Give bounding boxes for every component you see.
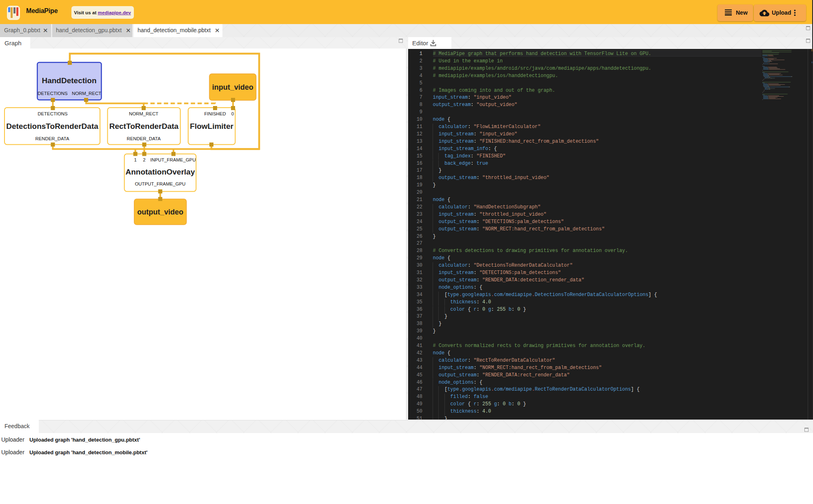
svg-text:OUTPUT_FRAME_GPU: OUTPUT_FRAME_GPU [135, 181, 185, 186]
svg-text:INPUT_FRAME_GPU: INPUT_FRAME_GPU [150, 157, 195, 162]
svg-text:HandDetection: HandDetection [42, 76, 96, 85]
svg-text:2: 2 [143, 157, 145, 162]
svg-text:DETECTIONS: DETECTIONS [38, 91, 68, 96]
svg-text:RENDER_DATA: RENDER_DATA [35, 136, 69, 141]
svg-text:input_video: input_video [212, 83, 253, 91]
svg-text:RectToRenderData: RectToRenderData [109, 122, 179, 130]
svg-text:DETECTIONS: DETECTIONS [38, 111, 68, 116]
svg-text:0: 0 [231, 111, 234, 116]
svg-text:NORM_RECT: NORM_RECT [72, 91, 101, 96]
svg-text:FINISHED: FINISHED [204, 111, 226, 116]
svg-text:DetectionsToRenderData: DetectionsToRenderData [6, 122, 98, 130]
svg-text:AnnotationOverlay: AnnotationOverlay [126, 168, 195, 176]
svg-text:FlowLimiter: FlowLimiter [190, 122, 233, 130]
svg-text:RENDER_DATA: RENDER_DATA [127, 136, 161, 141]
svg-text:1: 1 [134, 157, 136, 162]
svg-text:output_video: output_video [137, 208, 183, 216]
svg-text:NORM_RECT: NORM_RECT [129, 111, 158, 116]
